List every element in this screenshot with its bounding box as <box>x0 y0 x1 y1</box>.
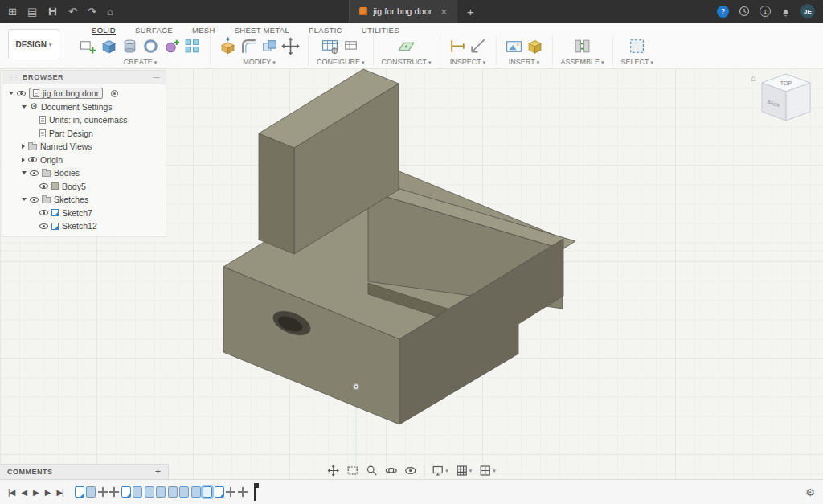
measure-icon[interactable] <box>448 37 467 55</box>
timeline-feature[interactable] <box>156 486 166 498</box>
fillet-icon[interactable] <box>240 37 258 55</box>
expand-arrow-icon[interactable] <box>22 105 27 109</box>
press-pull-icon[interactable] <box>219 37 237 55</box>
visibility-eye-icon[interactable] <box>30 170 39 176</box>
step-forward-button[interactable]: ▶ <box>45 488 51 497</box>
browser-header[interactable]: ⋮⋮ BROWSER — <box>2 71 166 84</box>
tree-item-origin[interactable]: Origin <box>2 154 166 167</box>
construction-plane-icon[interactable] <box>397 37 416 55</box>
tree-item-body5[interactable]: Body5 <box>2 180 166 194</box>
timeline-feature[interactable] <box>191 486 201 498</box>
timeline-feature[interactable] <box>133 486 142 498</box>
assemble-menu[interactable]: ASSEMBLE▾ <box>561 58 604 66</box>
drag-handle-icon[interactable]: ⋮⋮ <box>8 74 18 81</box>
timeline-feature[interactable] <box>86 486 96 498</box>
new-component-icon[interactable] <box>79 37 97 55</box>
tab-solid[interactable]: SOLID <box>92 26 116 35</box>
visibility-eye-icon[interactable] <box>30 197 39 203</box>
revolve-icon[interactable] <box>141 37 160 55</box>
left-wall-front-face[interactable] <box>259 133 294 254</box>
look-at-button[interactable] <box>404 465 416 477</box>
visibility-eye-icon[interactable] <box>28 157 37 162</box>
insert-canvas-icon[interactable] <box>505 37 523 55</box>
insert-menu[interactable]: INSERT▾ <box>509 58 539 66</box>
timeline-feature[interactable] <box>238 486 248 498</box>
fit-button[interactable] <box>346 465 358 477</box>
timeline-feature[interactable] <box>145 486 154 498</box>
tab-plastic[interactable]: PLASTIC <box>309 26 342 35</box>
comments-bar[interactable]: COMMENTS + <box>0 464 169 479</box>
document-tab[interactable]: jig for bog door × <box>349 0 457 23</box>
skip-to-end-button[interactable]: ▶| <box>56 488 63 497</box>
pan-button[interactable] <box>327 465 339 477</box>
origin-point[interactable] <box>354 384 359 390</box>
select-icon[interactable] <box>628 37 646 55</box>
tree-item-bodies[interactable]: Bodies <box>2 166 166 180</box>
timeline-feature[interactable] <box>98 486 108 498</box>
expand-arrow-icon[interactable] <box>22 171 27 174</box>
viewport[interactable]: ⌂ TOP BACK ⋮⋮ BROWSER — <box>0 68 823 479</box>
select-menu[interactable]: SELECT▾ <box>621 58 654 66</box>
combine-icon[interactable] <box>260 37 279 55</box>
timeline-feature[interactable] <box>109 486 119 498</box>
save-icon[interactable] <box>47 6 58 17</box>
step-back-button[interactable]: ◀ <box>21 488 27 497</box>
app-grid-icon[interactable]: ⊞ <box>8 6 17 17</box>
new-tab-button[interactable]: + <box>467 5 474 18</box>
skip-to-start-button[interactable]: |◀ <box>8 488 14 497</box>
root-document-selected[interactable]: jig for bog door <box>29 88 103 99</box>
configuration-table-icon[interactable] <box>321 37 339 55</box>
timeline-settings-gear-icon[interactable]: ⚙ <box>805 486 815 498</box>
timeline-feature[interactable] <box>168 486 178 498</box>
viewcube-home-icon[interactable]: ⌂ <box>751 73 756 83</box>
visibility-eye-icon[interactable] <box>39 210 48 215</box>
timeline-feature[interactable] <box>75 486 84 498</box>
tree-item-part-design[interactable]: Part Design <box>2 127 166 141</box>
expand-arrow-icon[interactable] <box>22 198 27 201</box>
tree-item-root[interactable]: jig for bog door <box>2 87 166 100</box>
grid-snap-button[interactable]: ▾ <box>456 465 473 477</box>
tree-item-units[interactable]: Units: in, ouncemass <box>2 113 166 127</box>
tree-item-document-settings[interactable]: ⚙ Document Settings <box>2 100 166 114</box>
timeline-feature[interactable] <box>121 486 131 498</box>
tree-item-sketches[interactable]: Sketches <box>2 193 166 207</box>
zoom-button[interactable] <box>366 465 378 477</box>
tab-mesh[interactable]: MESH <box>192 26 215 35</box>
activate-component-radio[interactable] <box>111 90 118 97</box>
visibility-eye-icon[interactable] <box>39 223 48 229</box>
avatar[interactable]: JE <box>800 4 815 18</box>
close-tab-icon[interactable]: × <box>441 6 448 18</box>
tree-item-sketch7[interactable]: Sketch7 <box>2 207 166 220</box>
play-button[interactable]: ▶ <box>33 488 39 497</box>
timeline-feature[interactable] <box>226 486 235 498</box>
extrude-icon[interactable] <box>100 37 118 55</box>
orbit-button[interactable] <box>385 465 397 477</box>
joint-icon[interactable] <box>573 37 592 55</box>
add-comment-button[interactable]: + <box>155 466 161 477</box>
collapsed-arrow-icon[interactable] <box>22 158 25 162</box>
timeline-feature[interactable] <box>179 486 189 498</box>
modify-menu[interactable]: MODIFY▾ <box>243 58 276 66</box>
configure-menu[interactable]: CONFIGURE▾ <box>317 58 365 66</box>
help-icon[interactable]: ? <box>717 6 729 18</box>
angle-icon[interactable] <box>469 37 488 55</box>
insert-part-icon[interactable] <box>526 37 544 55</box>
timeline-feature[interactable] <box>203 486 212 498</box>
collapsed-arrow-icon[interactable] <box>22 144 25 149</box>
move-icon[interactable] <box>281 37 300 55</box>
tab-surface[interactable]: SURFACE <box>135 26 173 35</box>
home-icon[interactable]: ⌂ <box>107 6 113 17</box>
timeline-feature[interactable] <box>215 486 224 498</box>
data-panel-icon[interactable]: ▤ <box>27 6 37 17</box>
workspace-selector[interactable]: DESIGN ▾ <box>8 29 59 59</box>
display-settings-button[interactable]: ▾ <box>432 465 448 477</box>
form-icon[interactable] <box>162 37 181 55</box>
cylinder-icon[interactable] <box>121 37 139 55</box>
expand-arrow-icon[interactable] <box>9 92 14 95</box>
visibility-eye-icon[interactable] <box>17 91 26 96</box>
tab-sheet-metal[interactable]: SHEET METAL <box>235 26 289 35</box>
tab-utilities[interactable]: UTILITIES <box>362 26 399 35</box>
inspect-menu[interactable]: INSPECT▾ <box>450 58 486 66</box>
construct-menu[interactable]: CONSTRUCT▾ <box>382 58 432 66</box>
redo-icon[interactable]: ↷ <box>88 6 96 17</box>
